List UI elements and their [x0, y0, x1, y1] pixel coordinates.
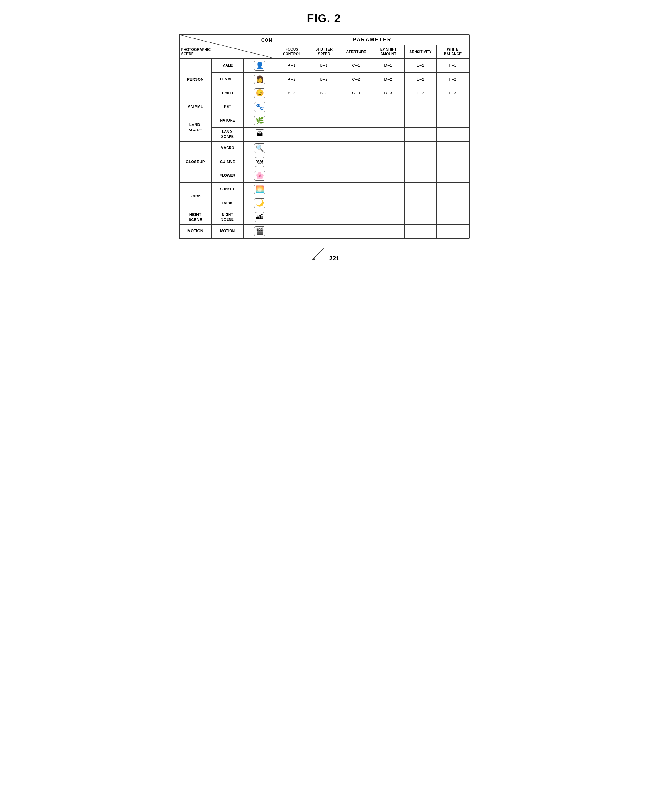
param-cell [276, 155, 308, 169]
parameter-table: ICON PHOTOGRAPHICSCENE PARAMETER FOCUSCO… [179, 35, 469, 238]
param-cell [308, 196, 340, 210]
param-cell [276, 114, 308, 128]
param-cell [308, 141, 340, 155]
param-cell [340, 141, 372, 155]
icon-cell: 🌅 [243, 183, 276, 196]
scene-icon: 🏔 [255, 130, 264, 139]
scene-icon: 🍽 [255, 157, 264, 167]
param-cell: C–1 [340, 59, 372, 72]
icon-header-label: ICON [260, 37, 273, 43]
param-cell [276, 128, 308, 141]
param-cell [372, 114, 405, 128]
sub-scene-cell: FLOWER [211, 169, 243, 182]
table-row: NIGHTSCENENIGHTSCENE🏙 [179, 210, 469, 224]
param-cell: B–3 [308, 86, 340, 100]
param-cell [372, 141, 405, 155]
param-cell [308, 169, 340, 182]
param-cell [437, 224, 469, 238]
sub-scene-cell: MACRO [211, 141, 243, 155]
param-cell [340, 169, 372, 182]
scene-icon: 👤 [254, 61, 265, 70]
sub-scene-cell: NIGHTSCENE [211, 210, 243, 224]
scene-cell: PERSON [179, 59, 211, 100]
param-cell [405, 155, 437, 169]
param-cell [372, 224, 405, 238]
photographic-scene-label: PHOTOGRAPHICSCENE [181, 47, 211, 56]
param-cell [437, 196, 469, 210]
icon-cell: 👤 [243, 59, 276, 72]
param-cell [437, 183, 469, 196]
icon-cell: 🍽 [243, 155, 276, 169]
param-cell [437, 169, 469, 182]
param-cell: D–1 [372, 59, 405, 72]
param-cell [405, 141, 437, 155]
annotation-arrow [309, 247, 327, 262]
param-cell: A–2 [276, 72, 308, 86]
param-cell [372, 196, 405, 210]
param-cell [340, 155, 372, 169]
main-table-wrapper: ICON PHOTOGRAPHICSCENE PARAMETER FOCUSCO… [179, 34, 470, 239]
scene-icon: 🔍 [254, 143, 265, 153]
scene-icon: 🌿 [254, 116, 265, 125]
param-cell: E–2 [405, 72, 437, 86]
icon-cell: 👩 [243, 72, 276, 86]
scene-icon: 🏙 [255, 212, 264, 222]
col-aperture: APERTURE [340, 45, 372, 59]
icon-cell: 🌸 [243, 169, 276, 182]
scene-icon: 🌸 [254, 171, 265, 181]
param-cell [340, 100, 372, 114]
parameter-header: PARAMETER [276, 35, 469, 45]
param-cell: E–3 [405, 86, 437, 100]
param-cell [276, 196, 308, 210]
param-cell [340, 114, 372, 128]
sub-scene-cell: CHILD [211, 86, 243, 100]
param-cell: C–2 [340, 72, 372, 86]
param-cell [308, 155, 340, 169]
col-white-balance: WHITEBALANCE [437, 45, 469, 59]
param-cell [276, 210, 308, 224]
scene-cell: NIGHTSCENE [179, 210, 211, 224]
param-cell [405, 210, 437, 224]
icon-cell: 🐾 [243, 100, 276, 114]
param-cell: C–3 [340, 86, 372, 100]
param-cell [405, 128, 437, 141]
param-cell [437, 114, 469, 128]
table-row: PERSONMALE👤A–1B–1C–1D–1E–1F–1 [179, 59, 469, 72]
param-cell [372, 128, 405, 141]
param-cell [308, 114, 340, 128]
param-cell [372, 183, 405, 196]
diagonal-header-cell: ICON PHOTOGRAPHICSCENE [179, 35, 276, 59]
param-cell [405, 224, 437, 238]
table-row: LAND-SCAPENATURE🌿 [179, 114, 469, 128]
header-row-1: ICON PHOTOGRAPHICSCENE PARAMETER [179, 35, 469, 45]
param-cell [308, 100, 340, 114]
param-cell [437, 141, 469, 155]
param-cell: F–3 [437, 86, 469, 100]
param-cell [437, 155, 469, 169]
table-row: FEMALE👩A–2B–2C–2D–2E–2F–2 [179, 72, 469, 86]
param-cell [308, 224, 340, 238]
col-ev-shift: EV SHIFTAMOUNT [372, 45, 405, 59]
param-cell [276, 224, 308, 238]
sub-scene-cell: LAND-SCAPE [211, 128, 243, 141]
table-row: CHILD😊A–3B–3C–3D–3E–3F–3 [179, 86, 469, 100]
annotation-label: 221 [329, 255, 339, 262]
icon-cell: 🏙 [243, 210, 276, 224]
sub-scene-cell: MOTION [211, 224, 243, 238]
table-row: DARK🌙 [179, 196, 469, 210]
param-cell: F–2 [437, 72, 469, 86]
param-cell [372, 210, 405, 224]
param-cell: A–3 [276, 86, 308, 100]
param-cell [276, 183, 308, 196]
param-cell [308, 210, 340, 224]
scene-icon: 🐾 [254, 102, 265, 112]
icon-cell: 🏔 [243, 128, 276, 141]
param-cell [372, 169, 405, 182]
scene-cell: DARK [179, 183, 211, 211]
param-cell [276, 100, 308, 114]
svg-marker-2 [312, 257, 315, 260]
sub-scene-cell: MALE [211, 59, 243, 72]
param-cell [276, 141, 308, 155]
param-cell: B–1 [308, 59, 340, 72]
sub-scene-cell: DARK [211, 196, 243, 210]
